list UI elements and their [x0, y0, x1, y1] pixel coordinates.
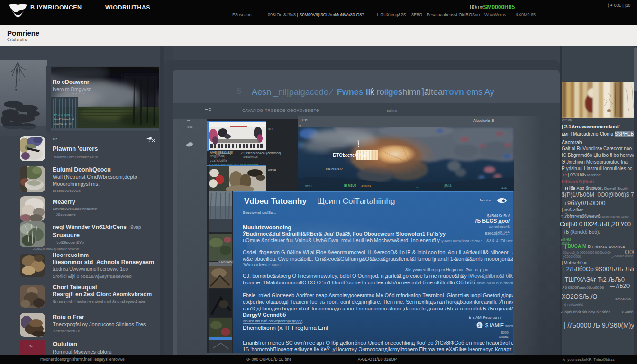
svg-text:&ФМ#&: &ФМ#&: [361, 184, 371, 187]
svg-text:|9Мl&: |9Мl&: [444, 184, 452, 188]
svg-text:БТСѣ:стеОУ|лЇ: БТСѣ:стеОУ|лЇ: [333, 152, 367, 158]
svg-text:Бl М1U0: Бl М1U0: [344, 184, 356, 187]
svg-text:9#кЯ: 9#кЯ: [305, 184, 312, 187]
svg-text:$: $: [478, 323, 481, 328]
svg-text:ТнUе0089?: ТнUе0089?: [325, 167, 343, 171]
svg-text:&1&: &1&: [501, 186, 507, 189]
svg-text:ии: ии: [416, 186, 419, 189]
